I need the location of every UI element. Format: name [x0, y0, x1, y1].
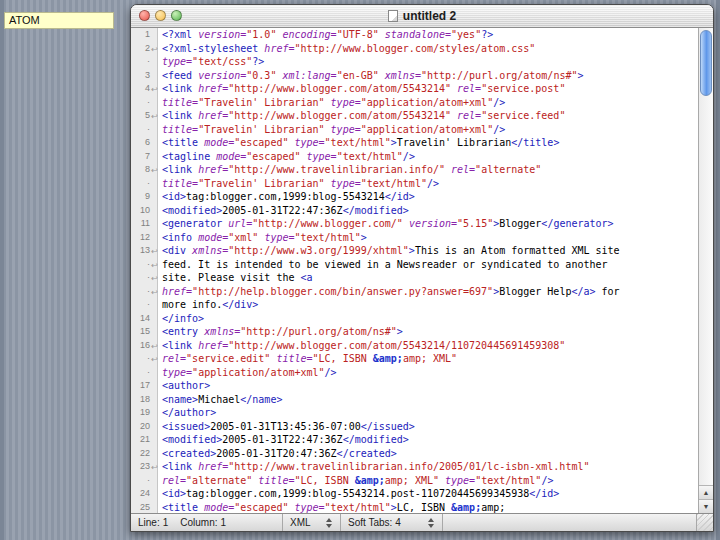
code-line[interactable]: ·title="Travelin' Librarian" type="appli… [131, 96, 698, 110]
code-line[interactable]: 5↩<link href="http://www.blogger.com/ato… [131, 109, 698, 123]
code-text: <info mode="xml" type="text/html"> [158, 231, 367, 245]
code-text: <generator url="http://www.blogger.com/"… [158, 217, 614, 231]
code-text: type="application/atom+xml"/> [158, 366, 337, 380]
code-line[interactable]: 25<title mode="escaped" type="text/html"… [131, 501, 698, 514]
code-text: <author> [158, 379, 210, 393]
wrap-indicator-icon: ↩ [151, 353, 158, 367]
column-label: Column: [180, 517, 217, 528]
close-button[interactable] [139, 10, 150, 21]
code-line[interactable]: ·↩href="http://help.blogger.com/bin/answ… [131, 285, 698, 299]
cursor-position: Line: 1 Column: 1 [131, 514, 283, 531]
code-line[interactable]: 10<modified>2005-01-31T22:47:36Z</modifi… [131, 204, 698, 218]
line-number: 22 [131, 447, 158, 461]
code-text: <title mode="escaped" type="text/html">T… [158, 136, 559, 150]
code-line[interactable]: 2↩<?xml-stylesheet href="http://www.blog… [131, 42, 698, 56]
line-number: 16↩ [131, 339, 158, 353]
code-text: <link href="http://www.blogger.com/atom/… [158, 339, 565, 353]
code-text: title="Travelin' Librarian" type="applic… [158, 96, 505, 110]
code-line[interactable]: 17<author> [131, 379, 698, 393]
code-line[interactable]: 16↩<link href="http://www.blogger.com/at… [131, 339, 698, 353]
code-line[interactable]: 11<generator url="http://www.blogger.com… [131, 217, 698, 231]
code-text: type="text/css"?> [158, 55, 264, 69]
scroll-down-icon: ▼ [703, 503, 710, 510]
code-line[interactable]: ·rel="alternate" title="LC, ISBN &amp;am… [131, 474, 698, 488]
line-number: · [131, 55, 158, 69]
statusbar-filler [443, 514, 696, 531]
language-mode-popup[interactable]: XML [283, 514, 341, 531]
code-line[interactable]: 18<name>Michael</name> [131, 393, 698, 407]
code-line[interactable]: 7<tagline mode="escaped" type="text/html… [131, 150, 698, 164]
code-line[interactable]: 12<info mode="xml" type="text/html"> [131, 231, 698, 245]
status-bar: Line: 1 Column: 1 XML Soft Tabs: 4 [131, 513, 713, 531]
code-text: <name>Michael</name> [158, 393, 282, 407]
code-editor[interactable]: 1<?xml version="1.0" encoding="UTF-8" st… [131, 28, 698, 513]
code-line[interactable]: ·title="Travelin' Librarian" type="appli… [131, 123, 698, 137]
code-line[interactable]: ·↩feed. It is intended to be viewed in a… [131, 258, 698, 272]
line-number: 9 [131, 190, 158, 204]
scroll-down-button[interactable]: ▼ [699, 499, 713, 513]
popup-arrows-icon [326, 518, 333, 528]
code-line[interactable]: 9<id>tag:blogger.com,1999:blog-5543214</… [131, 190, 698, 204]
code-text: <created>2005-01-31T20:47:36Z</created> [158, 447, 397, 461]
code-line[interactable]: 3<feed version="0.3" xml:lang="en-GB" xm… [131, 69, 698, 83]
line-number: 24 [131, 487, 158, 501]
document-proxy-icon[interactable] [388, 10, 398, 22]
scrollbar-buttons: ▲ ▼ [699, 485, 713, 513]
code-line[interactable]: ·title="Travelin' Librarian" type="text/… [131, 177, 698, 191]
line-number: 10 [131, 204, 158, 218]
wrap-indicator-icon: ↩ [151, 272, 158, 286]
vertical-scrollbar[interactable]: ▲ ▼ [698, 28, 713, 513]
line-number: 7 [131, 150, 158, 164]
code-text: title="Travelin' Librarian" type="applic… [158, 123, 505, 137]
code-text: <title mode="escaped" type="text/html">L… [158, 501, 505, 514]
code-line[interactable]: ·type="text/css"?> [131, 55, 698, 69]
wrap-indicator-icon: ↩ [151, 110, 158, 124]
code-text: <modified>2005-01-31T22:47:36Z</modified… [158, 204, 409, 218]
line-number: · [131, 474, 158, 488]
tab-settings-popup[interactable]: Soft Tabs: 4 [341, 514, 443, 531]
code-line[interactable]: ·more info.</div> [131, 298, 698, 312]
code-line[interactable]: 13↩<div xmlns="http://www.w3.org/1999/xh… [131, 244, 698, 258]
window-title-group: untitled 2 [388, 9, 456, 23]
code-text: <modified>2005-01-31T22:47:36Z</modified… [158, 433, 409, 447]
window-titlebar[interactable]: untitled 2 [131, 5, 713, 28]
code-line[interactable]: ·↩site. Please visit the <a [131, 271, 698, 285]
code-text: <link href="http://www.travelinlibrarian… [158, 163, 541, 177]
code-line[interactable]: 22<created>2005-01-31T20:47:36Z</created… [131, 447, 698, 461]
code-text: title="Travelin' Librarian" type="text/h… [158, 177, 439, 191]
code-line[interactable]: 8↩<link href="http://www.travelinlibrari… [131, 163, 698, 177]
scrollbar-thumb[interactable] [700, 30, 712, 96]
code-line[interactable]: 21<modified>2005-01-31T22:47:36Z</modifi… [131, 433, 698, 447]
code-line[interactable]: 1<?xml version="1.0" encoding="UTF-8" st… [131, 28, 698, 42]
code-line[interactable]: ·↩rel="service.edit" title="LC, ISBN &am… [131, 352, 698, 366]
line-number: 1 [131, 28, 158, 42]
code-line[interactable]: 20<issued>2005-01-31T13:45:36-07:00</iss… [131, 420, 698, 434]
resize-grip[interactable] [696, 514, 713, 531]
code-line[interactable]: 23↩<link href="http://www.travelinlibrar… [131, 460, 698, 474]
line-number: 19 [131, 406, 158, 420]
wrap-indicator-icon: ↩ [151, 259, 158, 273]
mode-value: XML [290, 517, 311, 528]
editor-body: 1<?xml version="1.0" encoding="UTF-8" st… [131, 28, 713, 513]
minimize-button[interactable] [155, 10, 166, 21]
code-line[interactable]: 19</author> [131, 406, 698, 420]
code-line[interactable]: 14</info> [131, 312, 698, 326]
tabs-label: Soft Tabs: [348, 517, 392, 528]
column-value: 1 [221, 517, 227, 528]
code-text: <link href="http://www.blogger.com/atom/… [158, 109, 565, 123]
line-number: · [131, 366, 158, 380]
code-line[interactable]: ·type="application/atom+xml"/> [131, 366, 698, 380]
code-text: <link href="http://www.travelinlibrarian… [158, 460, 589, 474]
code-text: <link href="http://www.blogger.com/atom/… [158, 82, 565, 96]
code-line[interactable]: 15<entry xmlns="http://purl.org/atom/ns#… [131, 325, 698, 339]
code-line[interactable]: 24<id>tag:blogger.com,1999:blog-5543214.… [131, 487, 698, 501]
line-number: 23↩ [131, 460, 158, 474]
zoom-button[interactable] [171, 10, 182, 21]
line-number: 18 [131, 393, 158, 407]
code-line[interactable]: 6<title mode="escaped" type="text/html">… [131, 136, 698, 150]
wrap-indicator-icon: ↩ [151, 164, 158, 178]
line-number: ·↩ [131, 352, 158, 366]
code-line[interactable]: 4↩<link href="http://www.blogger.com/ato… [131, 82, 698, 96]
scroll-up-button[interactable]: ▲ [699, 485, 713, 499]
line-number: · [131, 298, 158, 312]
